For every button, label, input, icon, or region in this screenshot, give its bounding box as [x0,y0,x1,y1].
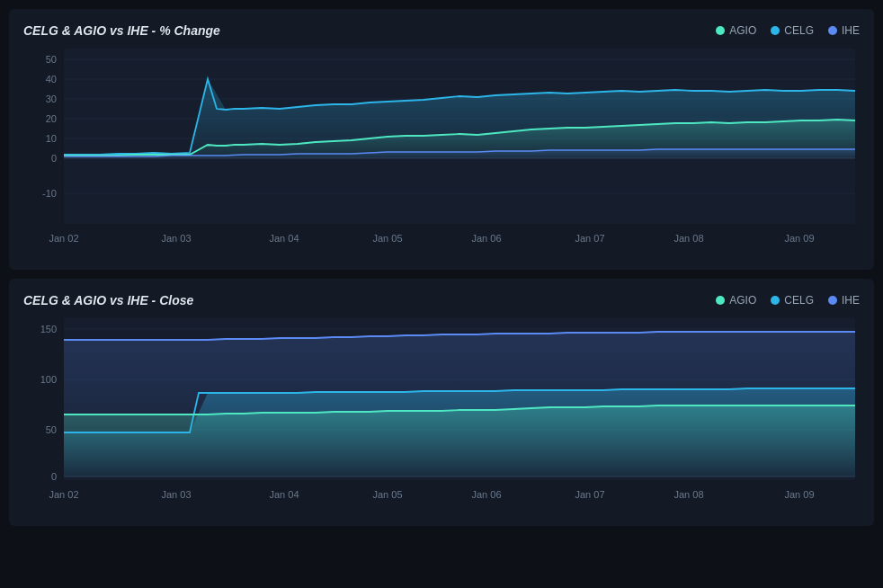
legend-dot-ihe-2 [828,296,837,305]
legend-dot-celg-2 [771,296,780,305]
svg-text:Jan 03: Jan 03 [161,233,191,244]
legend-label-celg-2: CELG [784,294,814,307]
svg-text:10: 10 [46,133,57,144]
svg-text:Jan 09: Jan 09 [784,489,814,500]
svg-text:100: 100 [40,374,57,385]
agio-fill-2 [64,405,855,477]
chart-title-2: CELG & AGIO vs IHE - Close [23,293,193,307]
svg-text:Jan 06: Jan 06 [471,233,501,244]
svg-text:Jan 09: Jan 09 [784,233,814,244]
chart-svg-1: 50 40 30 20 10 0 -10 [23,49,860,255]
svg-text:0: 0 [51,471,57,482]
svg-text:Jan 05: Jan 05 [372,489,402,500]
svg-text:150: 150 [40,324,57,334]
chart-area-1: 50 40 30 20 10 0 -10 [23,49,860,255]
legend-dot-ihe-1 [828,26,837,35]
legend-item-agio-1: AGIO [716,24,756,37]
svg-text:30: 30 [46,94,57,104]
chart-header-2: CELG & AGIO vs IHE - Close AGIO CELG IHE [23,293,860,307]
legend-label-ihe-1: IHE [842,24,860,37]
svg-text:Jan 03: Jan 03 [161,489,191,500]
legend-dot-agio-2 [716,296,725,305]
svg-text:Jan 06: Jan 06 [471,489,501,500]
chart-area-2: 150 100 50 0 [23,318,860,512]
legend-dot-celg-1 [771,26,780,35]
svg-text:Jan 07: Jan 07 [575,233,604,244]
legend-label-celg-1: CELG [784,24,814,37]
svg-text:Jan 04: Jan 04 [269,233,299,244]
svg-text:Jan 08: Jan 08 [673,233,703,244]
chart-header-1: CELG & AGIO vs IHE - % Change AGIO CELG … [23,23,860,38]
chart-svg-2: 150 100 50 0 [23,318,860,512]
svg-text:Jan 05: Jan 05 [372,233,402,244]
svg-text:50: 50 [46,424,57,435]
legend-item-ihe-2: IHE [828,294,860,307]
chart-title-1: CELG & AGIO vs IHE - % Change [23,23,220,38]
legend-2: AGIO CELG IHE [716,294,860,307]
legend-1: AGIO CELG IHE [716,24,860,37]
svg-text:Jan 04: Jan 04 [269,489,299,500]
svg-text:50: 50 [46,54,57,65]
pct-change-chart: CELG & AGIO vs IHE - % Change AGIO CELG … [9,9,874,270]
legend-label-ihe-2: IHE [842,294,860,307]
svg-text:Jan 02: Jan 02 [49,489,78,500]
legend-item-agio-2: AGIO [716,294,756,307]
legend-item-celg-2: CELG [771,294,814,307]
legend-label-agio-1: AGIO [729,24,756,37]
legend-item-ihe-1: IHE [828,24,860,37]
svg-text:20: 20 [46,113,57,124]
svg-text:40: 40 [46,74,57,85]
svg-text:Jan 08: Jan 08 [673,489,703,500]
legend-dot-agio-1 [716,26,725,35]
svg-text:-10: -10 [42,188,57,199]
legend-item-celg-1: CELG [771,24,814,37]
legend-label-agio-2: AGIO [729,294,756,307]
close-chart: CELG & AGIO vs IHE - Close AGIO CELG IHE… [9,279,874,526]
svg-text:0: 0 [51,153,57,164]
svg-text:Jan 07: Jan 07 [575,489,604,500]
svg-text:Jan 02: Jan 02 [49,233,78,244]
